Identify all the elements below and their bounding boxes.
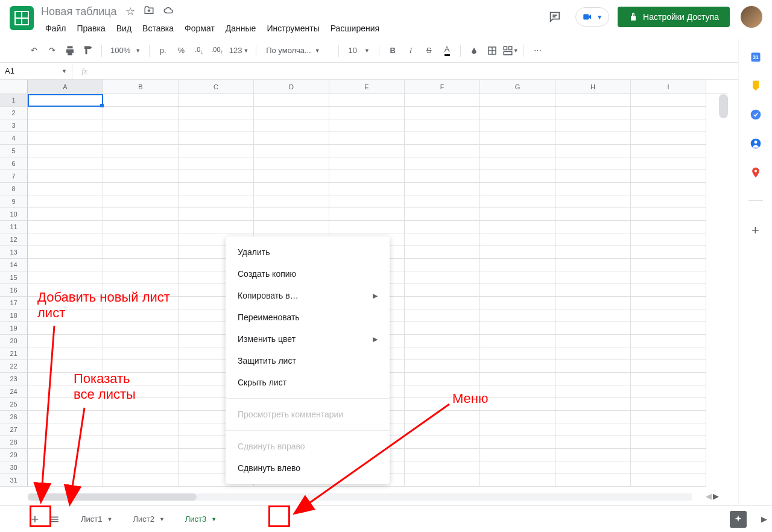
calendar-icon[interactable]: 31: [750, 51, 762, 63]
cell[interactable]: [103, 107, 179, 119]
cell[interactable]: [631, 259, 706, 271]
cell[interactable]: [555, 411, 631, 423]
cell[interactable]: [405, 271, 480, 284]
cell[interactable]: [405, 208, 480, 221]
cell[interactable]: [405, 373, 480, 385]
cell[interactable]: [179, 107, 254, 119]
cell[interactable]: [179, 94, 254, 107]
cell[interactable]: [555, 360, 631, 373]
cell[interactable]: [555, 246, 631, 259]
cell[interactable]: [631, 398, 706, 411]
col-header-I[interactable]: I: [631, 80, 706, 93]
cell[interactable]: [555, 335, 631, 347]
cell[interactable]: [631, 208, 706, 221]
menu-extensions[interactable]: Расширения: [326, 21, 384, 36]
cell[interactable]: [254, 119, 329, 132]
menu-tools[interactable]: Инструменты: [262, 21, 323, 36]
context-menu-item[interactable]: Изменить цвет▶: [226, 328, 390, 350]
cell[interactable]: [103, 284, 179, 297]
zoom-select[interactable]: 100%▼: [107, 46, 144, 55]
context-menu-item[interactable]: Переименовать: [226, 306, 390, 328]
cell[interactable]: [254, 145, 329, 157]
cell[interactable]: [179, 119, 254, 132]
merge-button[interactable]: ▼: [502, 42, 519, 59]
cell[interactable]: [28, 474, 103, 487]
cell[interactable]: [103, 157, 179, 170]
cell[interactable]: [254, 107, 329, 119]
cell[interactable]: [480, 107, 555, 119]
cell[interactable]: [555, 436, 631, 449]
cell[interactable]: [555, 449, 631, 461]
comments-icon[interactable]: [543, 5, 567, 29]
cell[interactable]: [103, 309, 179, 322]
decrease-decimal-button[interactable]: .0↓: [191, 42, 207, 59]
cell[interactable]: [405, 297, 480, 309]
print-icon[interactable]: [62, 42, 78, 59]
meet-button[interactable]: ▼: [575, 7, 609, 27]
scroll-left-icon[interactable]: ◀: [706, 492, 712, 501]
cell[interactable]: [555, 145, 631, 157]
cell[interactable]: [103, 335, 179, 347]
cell[interactable]: [103, 461, 179, 474]
cell[interactable]: [555, 385, 631, 398]
move-icon[interactable]: [144, 5, 154, 19]
context-menu-item[interactable]: Копировать в…▶: [226, 285, 390, 306]
cell[interactable]: [480, 94, 555, 107]
bold-button[interactable]: B: [384, 42, 401, 59]
sheet-tab[interactable]: Лист1▼: [71, 510, 122, 528]
cell[interactable]: [254, 170, 329, 183]
cell[interactable]: [555, 474, 631, 487]
cell[interactable]: [631, 436, 706, 449]
cell[interactable]: [480, 411, 555, 423]
cell[interactable]: [480, 195, 555, 208]
context-menu-item[interactable]: Скрыть лист: [226, 372, 390, 393]
cell[interactable]: [405, 474, 480, 487]
cell[interactable]: [103, 145, 179, 157]
row-header[interactable]: 7: [0, 170, 28, 183]
tasks-icon[interactable]: [750, 109, 762, 121]
cell[interactable]: [480, 309, 555, 322]
cell[interactable]: [103, 233, 179, 246]
menu-data[interactable]: Данные: [221, 21, 261, 36]
cell[interactable]: [631, 284, 706, 297]
side-panel-toggle-icon[interactable]: ▶: [761, 515, 767, 524]
cell[interactable]: [103, 423, 179, 436]
cell[interactable]: [555, 221, 631, 233]
cell[interactable]: [405, 157, 480, 170]
row-header[interactable]: 1: [0, 94, 28, 107]
cell[interactable]: [103, 385, 179, 398]
cell[interactable]: [28, 246, 103, 259]
sheet-tab-dropdown-icon[interactable]: ▼: [107, 516, 112, 522]
cell[interactable]: [405, 411, 480, 423]
col-header-H[interactable]: H: [555, 80, 631, 93]
cell[interactable]: [555, 284, 631, 297]
percent-button[interactable]: %: [172, 42, 189, 59]
cell[interactable]: [28, 449, 103, 461]
cell[interactable]: [480, 474, 555, 487]
cell[interactable]: [631, 132, 706, 145]
cell[interactable]: [179, 132, 254, 145]
context-menu-item[interactable]: Защитить лист: [226, 350, 390, 372]
cell[interactable]: [103, 259, 179, 271]
cell[interactable]: [631, 373, 706, 385]
cell[interactable]: [631, 107, 706, 119]
account-avatar[interactable]: [741, 6, 762, 28]
cell[interactable]: [555, 233, 631, 246]
cell[interactable]: [28, 195, 103, 208]
cell[interactable]: [480, 119, 555, 132]
row-header[interactable]: 17: [0, 297, 28, 309]
cell[interactable]: [480, 449, 555, 461]
sheets-logo-icon[interactable]: [10, 6, 34, 30]
scroll-right-icon[interactable]: ▶: [713, 492, 719, 501]
row-header[interactable]: 26: [0, 411, 28, 423]
cell[interactable]: [103, 221, 179, 233]
cell[interactable]: [28, 259, 103, 271]
cell[interactable]: [480, 360, 555, 373]
text-color-button[interactable]: A: [438, 42, 455, 59]
cell[interactable]: [28, 436, 103, 449]
cell[interactable]: [405, 335, 480, 347]
row-header[interactable]: 29: [0, 449, 28, 461]
cell[interactable]: [28, 107, 103, 119]
cell[interactable]: [405, 119, 480, 132]
contacts-icon[interactable]: [750, 138, 762, 150]
